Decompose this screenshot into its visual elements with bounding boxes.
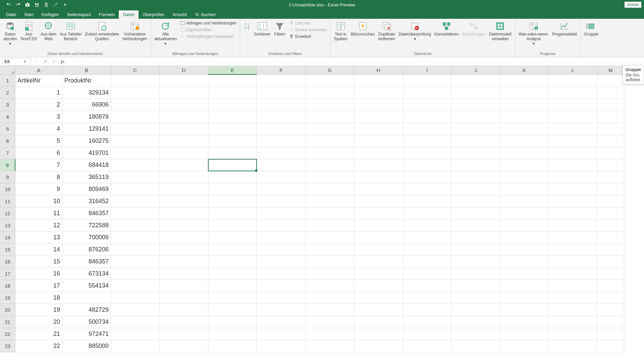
cell[interactable] [549,111,597,123]
cell[interactable] [500,280,549,292]
cell[interactable] [597,244,624,256]
cell[interactable] [500,256,549,268]
cells-area[interactable]: ArtikelNrProduktNr1329134266906318087841… [15,75,624,352]
cell[interactable] [354,159,403,171]
cell[interactable] [403,75,451,87]
select-all-corner[interactable] [0,66,15,75]
cell[interactable] [111,195,160,207]
cell[interactable] [354,195,403,207]
cell[interactable] [500,328,549,340]
formula-input[interactable] [68,58,644,65]
save-icon[interactable] [34,1,40,8]
cell[interactable] [451,147,500,159]
cell[interactable] [354,316,403,328]
tab-start[interactable]: Start [20,10,37,19]
row-header[interactable]: 17 [0,268,15,280]
cell[interactable] [111,171,160,183]
redo-icon[interactable] [15,1,21,8]
cell[interactable] [111,292,160,304]
cell[interactable]: 5 [15,135,62,147]
cell[interactable] [500,147,549,159]
cell[interactable] [257,183,306,195]
cell[interactable] [306,280,354,292]
sort-button[interactable]: AZSortieren [253,20,272,38]
text-to-columns-button[interactable]: Text in Spalten [332,20,349,42]
cell[interactable]: 129141 [62,123,111,135]
cell[interactable] [160,304,208,316]
cell[interactable] [403,183,451,195]
cell[interactable] [597,292,624,304]
cell[interactable] [403,207,451,220]
cell[interactable] [306,340,354,352]
column-header[interactable]: H [354,66,403,75]
cell[interactable]: ArtikelNr [15,75,62,87]
cell[interactable] [160,256,208,268]
cell[interactable] [549,328,597,340]
tab-ueberpruefen[interactable]: Überprüfen [139,10,168,19]
cell[interactable] [111,183,160,195]
cell[interactable] [354,292,403,304]
cell[interactable] [451,159,500,171]
cell[interactable] [257,171,306,183]
cell[interactable]: 22 [15,340,62,352]
cell[interactable] [306,256,354,268]
cell[interactable]: 846357 [62,256,111,268]
cell[interactable] [208,75,257,87]
cell[interactable] [354,220,403,232]
cell[interactable] [306,316,354,328]
cell[interactable] [354,340,403,352]
cell[interactable] [403,292,451,304]
cell[interactable] [451,292,500,304]
cell[interactable] [354,268,403,280]
cell[interactable] [500,183,549,195]
cell[interactable] [354,75,403,87]
cell[interactable] [111,340,160,352]
cell[interactable] [403,195,451,207]
cell[interactable] [500,268,549,280]
cell[interactable] [111,207,160,220]
cell[interactable] [62,292,111,304]
group-button[interactable]: Gruppie [583,20,600,38]
column-header[interactable]: L [549,66,597,75]
cell[interactable]: 809469 [62,183,111,195]
cell[interactable] [354,232,403,244]
row-header[interactable]: 5 [0,123,15,135]
cell[interactable] [451,171,500,183]
row-header[interactable]: 13 [0,220,15,232]
cell[interactable] [306,99,354,111]
cell[interactable] [354,99,403,111]
from-table-button[interactable]: Aus Tabelle/ Bereich [58,20,83,42]
cell[interactable] [208,340,257,352]
cell[interactable] [549,87,597,99]
cell[interactable] [451,220,500,232]
login-button[interactable]: Anmel [625,2,641,8]
cell[interactable] [549,244,597,256]
cell[interactable] [451,195,500,207]
row-header[interactable]: 9 [0,171,15,183]
cell[interactable] [403,328,451,340]
cell[interactable] [597,220,624,232]
cell[interactable] [403,87,451,99]
cell[interactable] [160,123,208,135]
cell[interactable] [257,340,306,352]
cell[interactable] [306,75,354,87]
cell[interactable] [111,244,160,256]
cell[interactable] [500,244,549,256]
cell[interactable] [160,232,208,244]
row-header[interactable]: 15 [0,244,15,256]
cell[interactable] [306,123,354,135]
remove-duplicates-button[interactable]: Duplikate entfernen [377,20,396,42]
cell[interactable] [208,220,257,232]
cell[interactable] [208,195,257,207]
cell[interactable] [208,123,257,135]
cell[interactable] [160,292,208,304]
cell[interactable] [208,292,257,304]
cell[interactable] [403,147,451,159]
cell[interactable]: 972471 [62,328,111,340]
column-header[interactable]: C [111,66,160,75]
column-header[interactable]: F [257,66,306,75]
cell[interactable]: 722588 [62,220,111,232]
cell[interactable] [354,123,403,135]
cell[interactable] [354,256,403,268]
cell[interactable] [354,207,403,220]
